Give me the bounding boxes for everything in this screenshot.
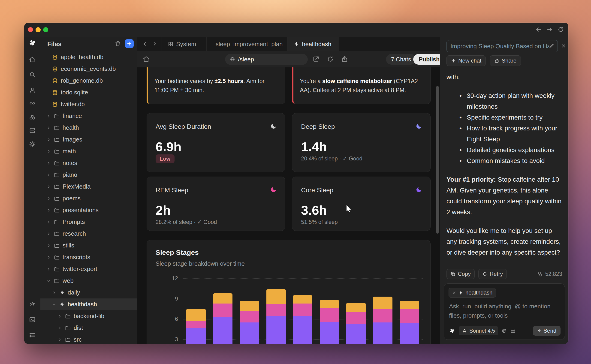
- app-pinwheel-icon[interactable]: [448, 327, 455, 334]
- tree-item-prompts[interactable]: Prompts: [40, 216, 137, 228]
- tree-item-apple-health-db[interactable]: apple_health.db: [40, 51, 137, 63]
- chats-count-button[interactable]: 7 Chats: [386, 54, 416, 65]
- token-count: 52,823: [538, 271, 562, 277]
- context-stack-icon[interactable]: [510, 328, 516, 333]
- open-external-icon[interactable]: [312, 55, 320, 63]
- anthropic-logo-icon: [462, 328, 467, 333]
- context-chip-healthdash[interactable]: healthdash: [448, 288, 496, 298]
- tree-item-twitter-export[interactable]: twitter-export: [40, 263, 137, 275]
- stat-card-deep-sleep: Deep Sleep 1.4h 20.4% of sleep · ✓ Good: [292, 113, 431, 172]
- copy-button[interactable]: Copy: [447, 269, 475, 279]
- tree-item-presentations[interactable]: presentations: [40, 204, 137, 216]
- file-tree: apple_health.db economic_events.db rob_g…: [40, 51, 137, 344]
- tree-item-web[interactable]: web: [40, 275, 137, 287]
- chart-bar-segment: [293, 295, 312, 303]
- chart-bar-segment: [373, 297, 392, 309]
- web-tools-icon[interactable]: [501, 328, 507, 333]
- coins-icon: [538, 271, 543, 277]
- minimize-window-button[interactable]: [36, 27, 41, 32]
- tree-item-health[interactable]: health: [40, 122, 137, 134]
- close-window-button[interactable]: [28, 27, 33, 32]
- tree-item-notes[interactable]: notes: [40, 157, 137, 169]
- share-page-icon[interactable]: [341, 55, 348, 63]
- bolt-icon: [294, 41, 299, 47]
- binoculars-icon[interactable]: [28, 113, 37, 122]
- refresh-page-icon[interactable]: [327, 55, 334, 63]
- tree-item-dist[interactable]: dist: [40, 322, 137, 334]
- people-icon[interactable]: [28, 85, 37, 95]
- app-logo-icon[interactable]: [28, 38, 37, 47]
- tab-system[interactable]: System: [162, 37, 207, 51]
- tree-item-piano[interactable]: piano: [40, 169, 137, 181]
- claw-icon[interactable]: [28, 299, 37, 309]
- url-bar[interactable]: /sleep: [225, 54, 308, 65]
- home-icon[interactable]: [28, 55, 37, 64]
- window-nav: [535, 26, 564, 33]
- remove-chip-icon[interactable]: [452, 291, 456, 295]
- tab-back-icon[interactable]: [142, 41, 148, 47]
- chart-bar-segment: [293, 304, 312, 316]
- tree-item-rob-genome-db[interactable]: rob_genome.db: [40, 75, 137, 87]
- tab-healthdash[interactable]: healthdash: [287, 37, 339, 51]
- terminal-icon[interactable]: [28, 315, 37, 324]
- chart-bar-segment: [213, 304, 233, 317]
- moon-icon: [270, 186, 277, 193]
- search-icon[interactable]: [28, 70, 37, 79]
- edit-pencil-icon[interactable]: [549, 43, 554, 49]
- main-area: System sleep_improvement_plan healthdash…: [137, 37, 440, 344]
- dashboard-scrollbar[interactable]: [436, 86, 439, 234]
- tree-item-todo-sqlite[interactable]: todo.sqlite: [40, 87, 137, 98]
- chart-bar-segment: [266, 304, 286, 316]
- assistant-message: with: 30-day action plan with weekly mil…: [447, 72, 562, 266]
- zoom-window-button[interactable]: [43, 27, 48, 32]
- history-back-icon[interactable]: [535, 26, 542, 33]
- tab-forward-icon[interactable]: [151, 41, 158, 47]
- tab-sleep-improvement-plan[interactable]: sleep_improvement_plan: [207, 37, 287, 51]
- chart-bar-segment: [240, 301, 259, 311]
- tree-item-plexmedia[interactable]: PlexMedia: [40, 181, 137, 193]
- tree-item-transcripts[interactable]: transcripts: [40, 251, 137, 263]
- grid-icon: [168, 41, 173, 47]
- tree-item-stills[interactable]: stills: [40, 240, 137, 251]
- tree-item-finance[interactable]: finance: [40, 110, 137, 122]
- tree-item-research[interactable]: research: [40, 228, 137, 240]
- trash-icon[interactable]: [114, 40, 121, 47]
- layers-icon[interactable]: [28, 126, 37, 135]
- arrow-up-icon: [537, 328, 542, 333]
- model-selector[interactable]: Sonnet 4.5: [459, 326, 498, 335]
- chat-composer[interactable]: healthdash Ask, run, build anything. @ t…: [444, 283, 565, 340]
- close-panel-icon[interactable]: [560, 43, 566, 49]
- tree-item-daily[interactable]: daily: [40, 287, 137, 299]
- tree-item-images[interactable]: Images: [40, 134, 137, 145]
- toolbar-home-icon[interactable]: [143, 55, 150, 63]
- chat-title-field[interactable]: Improving Sleep Quality Based on Habits …: [447, 40, 558, 52]
- tree-item-twitter-db[interactable]: twitter.db: [40, 98, 137, 110]
- chart-bar-segment: [400, 301, 419, 309]
- new-chat-button[interactable]: New chat: [447, 55, 486, 66]
- reload-icon[interactable]: [557, 26, 564, 33]
- tree-item-healthdash[interactable]: healthdash: [40, 299, 137, 310]
- tree-item-src[interactable]: src: [40, 334, 137, 344]
- tree-item-economic-events-db[interactable]: economic_events.db: [40, 63, 137, 75]
- history-forward-icon[interactable]: [546, 26, 553, 33]
- send-button[interactable]: Send: [533, 326, 560, 336]
- tree-item-backend-lib[interactable]: backend-lib: [40, 310, 137, 322]
- bullet-item: How to track progress with your Eight Sl…: [447, 123, 562, 144]
- task-list-icon[interactable]: [28, 331, 37, 340]
- priority-paragraph: Your #1 priority: Stop caffeine after 10…: [447, 174, 562, 217]
- icon-rail: [24, 37, 40, 344]
- retry-button[interactable]: Retry: [478, 269, 507, 279]
- share-chat-button[interactable]: Share: [490, 55, 521, 66]
- status-badge-low: Low: [156, 154, 175, 163]
- infinity-icon[interactable]: [28, 99, 37, 108]
- copy-icon: [450, 272, 455, 277]
- chart-bar-segment: [213, 293, 233, 304]
- tree-item-math[interactable]: math: [40, 145, 137, 157]
- settings-gear-icon[interactable]: [28, 140, 37, 149]
- chat-input[interactable]: Ask, run, build anything. @ to mention f…: [449, 302, 560, 320]
- tree-item-poems[interactable]: poems: [40, 193, 137, 204]
- new-file-button[interactable]: [125, 39, 134, 48]
- chart-bar-segment: [320, 308, 339, 322]
- files-panel-title: Files: [47, 41, 62, 48]
- message-intro: with:: [447, 72, 562, 82]
